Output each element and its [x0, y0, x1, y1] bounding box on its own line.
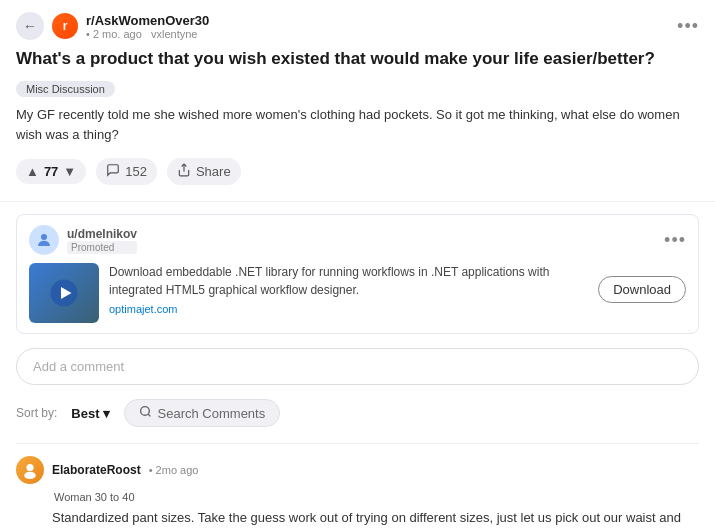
comment-count: 152: [125, 164, 147, 179]
comment-time: • 2mo ago: [149, 464, 199, 476]
search-icon: [139, 405, 152, 421]
sort-value: Best: [71, 406, 99, 421]
add-comment-input[interactable]: Add a comment: [16, 348, 699, 385]
post-actions: ▲ 77 ▼ 152 Share: [16, 158, 699, 185]
ad-more-button[interactable]: •••: [664, 230, 686, 251]
more-icon: •••: [677, 16, 699, 36]
sort-label: Sort by:: [16, 406, 57, 420]
ad-thumbnail: [29, 263, 99, 323]
post-title: What's a product that you wish existed t…: [16, 48, 699, 70]
comment-username[interactable]: ElaborateRoost: [52, 463, 141, 477]
search-comments-label: Search Comments: [158, 406, 266, 421]
add-comment-placeholder: Add a comment: [33, 359, 124, 374]
search-comments-button[interactable]: Search Comments: [124, 399, 281, 427]
svg-point-1: [41, 234, 47, 240]
vote-count: 77: [44, 164, 58, 179]
share-button[interactable]: Share: [167, 158, 241, 185]
comment-flair: Woman 30 to 40: [54, 491, 135, 503]
post-flair[interactable]: Misc Discussion: [16, 81, 115, 97]
svg-line-5: [148, 414, 150, 416]
divider-1: [0, 201, 715, 202]
comment-icon: [106, 163, 120, 180]
downvote-icon: ▼: [63, 164, 76, 179]
svg-point-4: [140, 407, 149, 416]
share-icon: [177, 163, 191, 180]
ad-more-icon: •••: [664, 230, 686, 250]
subreddit-icon: r: [52, 13, 78, 39]
sort-select[interactable]: Best ▾: [71, 406, 109, 421]
comment-block: ElaborateRoost • 2mo ago Woman 30 to 40 …: [16, 443, 699, 530]
vote-button[interactable]: ▲ 77 ▼: [16, 159, 86, 184]
subreddit-name[interactable]: r/AskWomenOver30: [86, 13, 209, 28]
back-icon: ←: [23, 18, 37, 34]
download-button[interactable]: Download: [598, 276, 686, 303]
ad-promoted-label: Promoted: [67, 241, 137, 254]
svg-point-6: [26, 464, 33, 471]
sort-chevron-icon: ▾: [103, 406, 110, 421]
ad-body-text: Download embeddable .NET library for run…: [109, 263, 598, 299]
post-time: • 2 mo. ago: [86, 28, 142, 40]
ad-avatar: [29, 225, 59, 255]
comment-button[interactable]: 152: [96, 158, 157, 185]
upvote-icon: ▲: [26, 164, 39, 179]
ad-link[interactable]: optimajet.com: [109, 303, 598, 315]
post-header: ← r r/AskWomenOver30 • 2 mo. ago vxlenty…: [16, 12, 699, 40]
sort-row: Sort by: Best ▾ Search Comments: [16, 399, 699, 427]
post-username: vxlentyne: [151, 28, 197, 40]
back-button[interactable]: ←: [16, 12, 44, 40]
ad-username: u/dmelnikov: [67, 227, 137, 241]
comment-avatar: [16, 456, 44, 484]
more-options-button[interactable]: •••: [677, 16, 699, 37]
ad-block: u/dmelnikov Promoted •••: [16, 214, 699, 334]
post-body: My GF recently told me she wished more w…: [16, 105, 699, 144]
comment-body: Standardized pant sizes. Take the guess …: [16, 508, 699, 530]
share-label: Share: [196, 164, 231, 179]
post-meta: • 2 mo. ago vxlentyne: [86, 28, 209, 40]
svg-point-7: [24, 472, 36, 479]
comment-header: ElaborateRoost • 2mo ago: [16, 456, 699, 484]
subreddit-initial: r: [63, 19, 68, 33]
